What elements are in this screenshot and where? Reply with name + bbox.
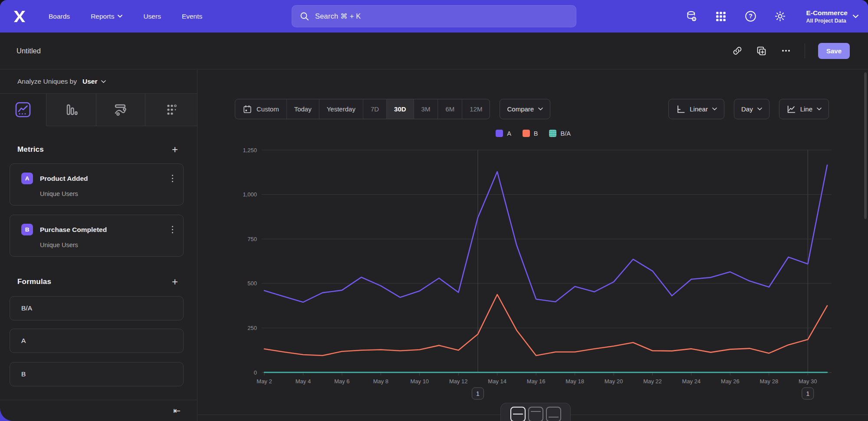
series-b-line[interactable] xyxy=(264,294,827,356)
metric-card-b[interactable]: B Purchase Completed Unique Users xyxy=(10,215,184,257)
y-tick-label: 1,000 xyxy=(243,191,257,198)
legend-item-ba[interactable]: B/A xyxy=(549,130,570,137)
formula-expression: A xyxy=(21,337,26,345)
tab-line-chart[interactable] xyxy=(0,94,46,126)
chart-svg[interactable]: 02505007501,0001,25011May 2May 4May 6May… xyxy=(198,144,868,406)
collapse-sidebar-icon[interactable]: ⇤ xyxy=(173,405,181,416)
formula-card[interactable]: B xyxy=(10,362,184,386)
x-tick-label: May 4 xyxy=(296,378,311,385)
linear-scale-icon xyxy=(676,104,685,114)
title-actions: Save xyxy=(732,43,850,59)
project-subtitle: All Project Data xyxy=(806,18,848,24)
settings-icon[interactable] xyxy=(774,10,786,23)
x-tick-label: May 20 xyxy=(605,378,623,385)
compare-button[interactable]: Compare xyxy=(500,99,550,119)
chevron-down-icon xyxy=(757,108,762,111)
data-management-icon[interactable] xyxy=(685,10,697,23)
interval-button[interactable]: Day xyxy=(734,99,769,119)
analyze-by-value[interactable]: User xyxy=(82,78,97,85)
x-tick-label: May 24 xyxy=(682,378,701,385)
x-tick-label: May 26 xyxy=(721,378,740,385)
range-custom[interactable]: Custom xyxy=(235,99,287,119)
duplicate-icon[interactable] xyxy=(756,45,767,56)
project-name: E-Commerce xyxy=(806,9,848,17)
x-tick-label: May 30 xyxy=(799,378,817,385)
view-table-bottom[interactable] xyxy=(546,407,561,421)
series-a-line[interactable] xyxy=(264,165,827,302)
metric-name: Purchase Completed xyxy=(40,226,107,234)
range-3m[interactable]: 3M xyxy=(414,99,438,119)
vertical-scrollbar[interactable] xyxy=(864,72,867,219)
nav-boards[interactable]: Boards xyxy=(49,13,70,20)
app-shell: Boards Reports Users Events Search ⌘ + K xyxy=(0,0,868,421)
chevron-down-icon xyxy=(101,80,106,83)
metric-card-a[interactable]: A Product Added Unique Users xyxy=(10,163,184,206)
metric-name: Product Added xyxy=(40,175,88,183)
search-input[interactable]: Search ⌘ + K xyxy=(292,5,576,27)
add-metric-button[interactable]: + xyxy=(172,145,178,154)
chevron-down-icon xyxy=(118,15,122,18)
search-icon xyxy=(300,12,309,21)
nav-right: ? E-Commerce All Project Data xyxy=(685,0,858,33)
metric-aggregation[interactable]: Unique Users xyxy=(40,242,174,248)
calendar-icon xyxy=(243,104,252,114)
line-chart-icon xyxy=(786,104,796,114)
view-table-top[interactable] xyxy=(528,407,543,421)
range-30d[interactable]: 30D xyxy=(387,99,414,119)
nav-reports[interactable]: Reports xyxy=(91,13,122,20)
copy-link-icon[interactable] xyxy=(732,45,743,56)
legend-item-a[interactable]: A xyxy=(496,130,511,137)
formula-card[interactable]: A xyxy=(10,329,184,353)
tab-bar-chart[interactable] xyxy=(46,94,96,126)
tab-flow[interactable] xyxy=(96,94,145,126)
svg-text:?: ? xyxy=(749,13,753,20)
date-range-control: Custom Today Yesterday 7D 30D 3M 6M 12M xyxy=(235,99,490,119)
project-selector[interactable]: E-Commerce All Project Data xyxy=(806,9,858,24)
range-12m[interactable]: 12M xyxy=(462,99,490,119)
nav-events[interactable]: Events xyxy=(182,13,202,20)
metric-aggregation[interactable]: Unique Users xyxy=(40,190,174,197)
formula-expression: B/A xyxy=(21,304,32,312)
apps-grid-icon[interactable] xyxy=(715,10,727,23)
legend-item-b[interactable]: B xyxy=(523,130,538,137)
y-tick-label: 0 xyxy=(254,369,257,376)
chevron-down-icon xyxy=(712,108,717,111)
view-chart-and-table[interactable] xyxy=(510,407,526,421)
metrics-header: Metrics + xyxy=(0,145,197,154)
y-tick-label: 1,250 xyxy=(243,147,257,153)
x-tick-label: May 28 xyxy=(760,378,779,385)
add-formula-button[interactable]: + xyxy=(172,277,178,286)
x-tick-label: May 22 xyxy=(643,378,662,385)
range-7d[interactable]: 7D xyxy=(363,99,387,119)
query-sidebar: Analyze Uniques by User xyxy=(0,70,197,421)
visualization-tabs xyxy=(0,94,197,126)
display-controls: Linear Day Line xyxy=(668,99,829,119)
chevron-down-icon xyxy=(817,108,822,111)
mixpanel-logo-icon[interactable] xyxy=(12,9,27,24)
metric-options-icon[interactable] xyxy=(171,173,175,184)
nav-boards-label: Boards xyxy=(49,13,70,20)
tab-metric-grid[interactable] xyxy=(145,94,197,126)
chart-controls: Custom Today Yesterday 7D 30D 3M 6M 12M … xyxy=(235,99,829,119)
nav-users[interactable]: Users xyxy=(143,13,161,20)
search-placeholder: Search ⌘ + K xyxy=(315,12,361,20)
legend-swatch-ba xyxy=(549,130,556,137)
help-icon[interactable]: ? xyxy=(744,10,756,23)
nav-events-label: Events xyxy=(182,13,202,20)
more-options-icon[interactable] xyxy=(780,45,792,56)
annotation-badge-label: 1 xyxy=(476,390,480,397)
scale-button[interactable]: Linear xyxy=(668,99,724,119)
range-yesterday[interactable]: Yesterday xyxy=(319,99,363,119)
range-today[interactable]: Today xyxy=(287,99,319,119)
report-title[interactable]: Untitled xyxy=(16,47,41,55)
save-button[interactable]: Save xyxy=(818,43,850,59)
formula-expression: B xyxy=(21,370,26,378)
formula-card[interactable]: B/A xyxy=(10,296,184,320)
metric-options-icon[interactable] xyxy=(171,225,175,235)
nav-items: Boards Reports Users Events xyxy=(49,13,202,20)
chart-panel: Custom Today Yesterday 7D 30D 3M 6M 12M … xyxy=(198,70,868,421)
chart-type-button[interactable]: Line xyxy=(779,99,829,119)
y-tick-label: 250 xyxy=(247,325,257,331)
range-6m[interactable]: 6M xyxy=(438,99,462,119)
divider xyxy=(805,43,805,58)
